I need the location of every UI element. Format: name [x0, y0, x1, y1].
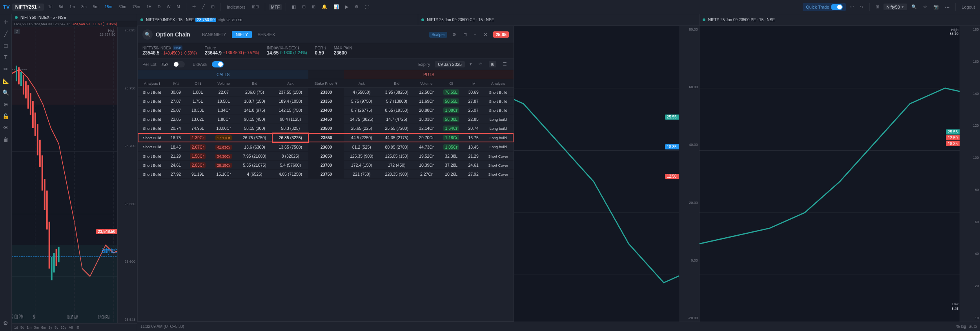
tb-1m[interactable]: 1m: [27, 326, 32, 329]
chart-body-1[interactable]: Entry below: [12, 27, 137, 323]
strike-price-cell[interactable]: 23400: [308, 106, 344, 115]
table-row[interactable]: Short Build 30.69 1.88L 22.07 236.8 (75)…: [138, 88, 514, 97]
call-ask-cell[interactable]: 5.4 (57600): [272, 161, 308, 170]
sidebar-icon-text[interactable]: T: [2, 53, 9, 62]
mtf-btn[interactable]: MTF: [269, 4, 282, 10]
replay-icon[interactable]: ▶: [343, 4, 350, 10]
expiry-value[interactable]: 09 Jan 2025: [435, 61, 465, 67]
expiry-chevron-icon[interactable]: ▾: [470, 62, 472, 67]
tf-5d[interactable]: 5d: [57, 4, 65, 10]
tf-m[interactable]: M: [175, 4, 182, 10]
table-row[interactable]: Short Build 18.45 2.67Cr 41.63Cr 13.6 (6…: [138, 142, 514, 152]
oc-minimize-btn[interactable]: −: [472, 31, 478, 38]
call-ask-cell[interactable]: 98.4 (1125): [272, 115, 308, 124]
put-ask-cell[interactable]: 172.4 (150): [344, 161, 379, 170]
put-bid-cell[interactable]: 44.35 (2175): [379, 133, 414, 142]
put-ask-cell[interactable]: 44.5 (2250): [344, 133, 379, 142]
tab-sensex[interactable]: SENSEX: [253, 31, 279, 38]
table-row[interactable]: Short Build 27.92 91.19L 15.16Cr 4 (6525…: [138, 170, 514, 179]
sidebar-icon-lock[interactable]: 🔒: [1, 111, 11, 121]
tf-30m[interactable]: 30m: [117, 4, 128, 10]
put-bid-cell[interactable]: 172 (450): [379, 161, 414, 170]
settings-icon[interactable]: ⚙: [353, 4, 361, 10]
oc-table-btn[interactable]: ☰: [501, 61, 509, 67]
sidebar-icon-measure[interactable]: 📐: [1, 76, 11, 85]
put-bid-cell[interactable]: 5.7 (13800): [379, 97, 414, 106]
sidebar-icon-brush[interactable]: ✏: [2, 64, 10, 74]
table-row[interactable]: Short Build 20.74 74.96L 10.00Cr 58.15 (…: [138, 124, 514, 133]
more-btn[interactable]: •••: [943, 4, 952, 10]
strike-price-cell[interactable]: 23600: [308, 142, 344, 152]
put-bid-cell[interactable]: 80.95 (2700): [379, 142, 414, 152]
tb-3m[interactable]: 3m: [34, 326, 39, 329]
templates-btn[interactable]: ⊞⊞: [250, 4, 261, 10]
chart-type[interactable]: ⊞: [209, 4, 217, 10]
tb-all[interactable]: All: [69, 326, 73, 329]
sidebar-icon-line[interactable]: ╱: [3, 29, 9, 38]
redo-btn[interactable]: ↪: [858, 4, 865, 10]
sidebar-icon-shapes[interactable]: ◻: [2, 41, 10, 50]
fullscreen-icon[interactable]: ⛶: [363, 4, 371, 10]
call-bid-cell[interactable]: 4 (6525): [237, 170, 273, 179]
sidebar-icon-cursor[interactable]: ✛: [2, 17, 10, 27]
tf-75m[interactable]: 75m: [131, 4, 142, 10]
tb-1d[interactable]: 1d: [14, 326, 18, 329]
strike-price-cell[interactable]: 23450: [308, 115, 344, 124]
table-row[interactable]: Short Build 24.61 2.03Cr 28.15Cr 5.35 (2…: [138, 161, 514, 170]
put-bid-cell[interactable]: 3.95 (38250): [379, 88, 414, 97]
oc-table-container[interactable]: CALLS PUTS Analysis ℹ IV ℹ OI ℹ Volume B…: [138, 70, 514, 321]
put-ask-cell[interactable]: 221 (750): [344, 170, 379, 179]
call-ask-cell[interactable]: 58.3 (825): [272, 124, 308, 133]
search-btn[interactable]: 🔍: [909, 4, 919, 10]
call-ask-cell[interactable]: 8 (32025): [272, 152, 308, 161]
put-ask-cell[interactable]: 5.75 (9750): [344, 97, 379, 106]
tf-1h[interactable]: 1H: [144, 4, 153, 10]
call-bid-cell[interactable]: 98.15 (450): [237, 115, 273, 124]
oc-settings-btn[interactable]: ⚙: [450, 31, 458, 38]
tf-5m[interactable]: 5m: [91, 4, 100, 10]
table-row[interactable]: Short Build 25.07 10.33L 1.34Cr 141.8 (9…: [138, 106, 514, 115]
call-ask-cell[interactable]: 237.55 (150): [272, 88, 308, 97]
tb-1y[interactable]: 1y: [49, 326, 53, 329]
tab-banknifty[interactable]: BANKNIFTY: [198, 31, 230, 38]
tb-5d[interactable]: 5d: [20, 326, 24, 329]
table-row[interactable]: Short Build 27.87 1.75L 18.58L 188.7 (15…: [138, 97, 514, 106]
call-ask-cell[interactable]: 189.4 (1050): [272, 97, 308, 106]
logout-btn[interactable]: Logout: [960, 4, 977, 10]
put-bid-cell[interactable]: 220.35 (900): [379, 170, 414, 179]
sidebar-icon-magnet[interactable]: ⊕: [2, 100, 10, 109]
cursor-tool[interactable]: ✛: [190, 4, 198, 10]
chart-icon1[interactable]: ◧: [290, 4, 298, 10]
call-ask-cell[interactable]: 13.65 (7500): [272, 142, 308, 152]
nifty50-selector[interactable]: Nifty50 ▾: [883, 4, 907, 10]
put-ask-cell[interactable]: 25.65 (225): [344, 124, 379, 133]
call-bid-cell[interactable]: 141.8 (975): [237, 106, 273, 115]
call-bid-cell[interactable]: 13.6 (6300): [237, 142, 273, 152]
strike-price-cell[interactable]: 23750: [308, 170, 344, 179]
call-ask-cell[interactable]: 4.05 (71250): [272, 170, 308, 179]
star-btn[interactable]: ☆: [921, 4, 929, 10]
call-ask-cell[interactable]: 142.15 (750): [272, 106, 308, 115]
strike-price-cell[interactable]: 23550: [308, 133, 344, 142]
table-row[interactable]: Short Build 22.85 13.02L 1.88Cr 98.15 (4…: [138, 115, 514, 124]
oc-popout-btn[interactable]: ⊡: [461, 31, 469, 38]
call-bid-cell[interactable]: 26.75 (6750): [237, 133, 273, 142]
strike-price-cell[interactable]: 23350: [308, 97, 344, 106]
quick-trade-toggle[interactable]: [831, 4, 843, 10]
call-bid-cell[interactable]: 5.35 (21075): [237, 161, 273, 170]
symbol-selector[interactable]: NIFTY251 +: [12, 4, 44, 11]
scalper-badge[interactable]: Scalper: [429, 32, 447, 38]
tb-6m[interactable]: 6m: [41, 326, 46, 329]
put-bid-cell[interactable]: 125.05 (150): [379, 152, 414, 161]
tb-10y[interactable]: 10y: [61, 326, 67, 329]
put-bid-cell[interactable]: 8.65 (19350): [379, 106, 414, 115]
strategy-icon[interactable]: 📊: [332, 4, 341, 10]
tf-15m[interactable]: 15m: [103, 4, 114, 10]
strike-price-cell[interactable]: 23650: [308, 152, 344, 161]
indicators-btn[interactable]: Indicators: [225, 4, 248, 10]
put-ask-cell[interactable]: 8.7 (26775): [344, 106, 379, 115]
oc-refresh-btn[interactable]: ⟳: [477, 61, 484, 67]
strike-price-cell[interactable]: 23700: [308, 161, 344, 170]
put-ask-cell[interactable]: 4 (55050): [344, 88, 379, 97]
table-row[interactable]: Short Build 21.29 1.58Cr 34.30Cr 7.95 (2…: [138, 152, 514, 161]
